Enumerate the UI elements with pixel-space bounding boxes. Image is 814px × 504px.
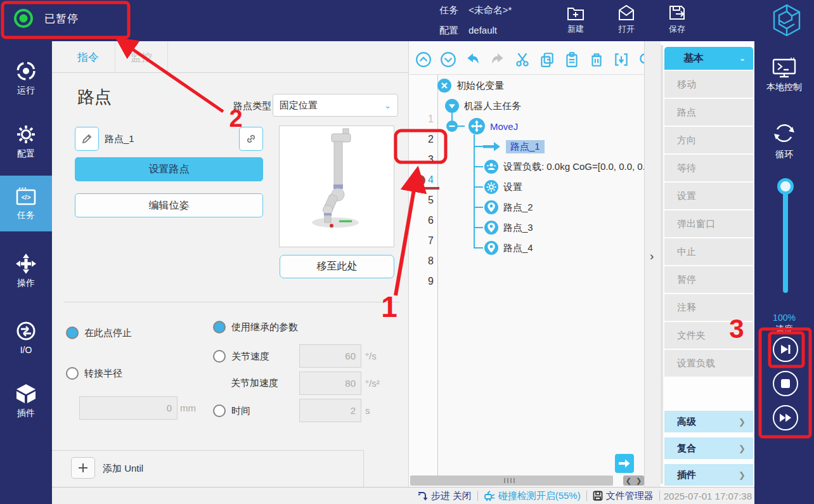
palette-header-basic[interactable]: 基本 ⌄ [664, 47, 753, 70]
radio-selected[interactable] [66, 326, 79, 339]
scrollbar-buttons[interactable]: ❮❯ [623, 475, 644, 486]
redo-icon[interactable] [489, 51, 506, 68]
palette-group-plugin[interactable]: 插件❯ [664, 464, 753, 486]
next-page-arrow-button[interactable] [615, 454, 634, 473]
time-input[interactable] [299, 399, 361, 422]
option-joint-speed[interactable]: 关节速度 [213, 350, 269, 363]
circle-down-icon[interactable] [440, 51, 456, 68]
palette-item-pause[interactable]: 暂停 [664, 266, 753, 293]
option-inherit-params[interactable]: 使用继承的参数 [213, 321, 298, 333]
tree-row-set-payload[interactable]: 设置负载: 0.0kg CoG=[0.0, 0.0, 0.0] [484, 158, 644, 175]
fast-forward-button[interactable] [773, 405, 798, 430]
tab-command[interactable]: 指令 [61, 41, 115, 73]
edit-pose-button[interactable]: 编辑位姿 [75, 193, 263, 217]
sidebar-item-io[interactable]: I/O [0, 315, 52, 359]
option-time[interactable]: 时间 [213, 404, 250, 417]
collapse-circle-icon[interactable] [445, 99, 459, 113]
loop-label: 循环 [775, 149, 793, 160]
cut-icon[interactable] [514, 51, 531, 68]
chevron-right-icon: ❯ [739, 470, 746, 480]
tree-row-waypoint-2[interactable]: 路点_2 [484, 199, 636, 216]
minus-circle-icon[interactable] [446, 120, 458, 132]
speed-slider-track[interactable] [783, 185, 788, 293]
joint-speed-input[interactable] [299, 344, 361, 368]
sidebar-item-label: 配置 [17, 148, 35, 160]
sidebar-item-label: 插件 [17, 408, 35, 419]
palette-item-set-payload[interactable]: 设置负载 [664, 350, 753, 377]
file-manager-button[interactable]: 文件管理器 [587, 490, 659, 502]
waypoint-type-select[interactable]: 固定位置 ⌄ [273, 94, 398, 117]
add-until-button[interactable] [71, 457, 95, 479]
joint-acc-input[interactable] [299, 372, 361, 395]
robot-arm-image [280, 126, 394, 247]
expand-panel-chevron[interactable]: › [650, 249, 654, 263]
palette-item-label: 等待 [677, 162, 696, 174]
line-number: 3 [415, 154, 434, 165]
palette-group-composite[interactable]: 复合❯ [664, 437, 753, 459]
palette-item-popup[interactable]: 弹出窗口 [664, 210, 753, 237]
palette-item-move[interactable]: 移动 [664, 71, 753, 98]
stop-button[interactable] [773, 371, 798, 396]
step-mode-status[interactable]: 步进 关闭 [411, 490, 477, 502]
link-waypoint-button[interactable] [239, 127, 263, 151]
undo-icon[interactable] [465, 51, 481, 68]
sidebar-item-plugin[interactable]: 插件 [0, 378, 52, 423]
step-play-icon [780, 344, 791, 354]
tab-monitor[interactable]: 监控 [115, 41, 168, 73]
paste-icon[interactable] [564, 51, 580, 68]
sidebar-item-config[interactable]: 配置 [0, 119, 52, 164]
new-task-button[interactable]: 新建 [566, 3, 585, 35]
option-label: 时间 [231, 405, 250, 417]
loop-button[interactable]: 循环 [754, 120, 814, 160]
step-play-button[interactable] [773, 337, 798, 362]
radio-unselected[interactable] [213, 404, 226, 417]
speed-slider-knob[interactable] [777, 178, 794, 195]
palette-item-comment[interactable]: 注释 [664, 294, 753, 321]
line-number: 5 [415, 195, 434, 206]
tree-row-waypoint-3[interactable]: 路点_3 [484, 219, 636, 236]
tree-row-main-task[interactable]: 机器人主任务 [445, 98, 635, 114]
tree-row-waypoint-1[interactable]: 路点_1 [483, 138, 635, 155]
palette-item-direction[interactable]: 方向 [664, 127, 753, 153]
collision-detect-status[interactable]: 碰撞检测开启(55%) [478, 490, 586, 502]
tree-row-movej[interactable]: MoveJ [446, 118, 636, 134]
tree-row-init-vars[interactable]: 初始化变量 [437, 77, 640, 94]
palette-item-set[interactable]: 设置 [664, 183, 753, 209]
left-sidebar: 运行 配置 </> 任务 操作 I/O [0, 41, 52, 504]
radio-unselected[interactable] [66, 367, 79, 380]
tab-label: 监控 [131, 50, 152, 65]
local-control-button[interactable]: 本地控制 [754, 57, 814, 93]
palette-item-abort[interactable]: 中止 [664, 238, 753, 265]
chevron-left-icon[interactable]: ❮ [626, 477, 631, 485]
option-stop-here[interactable]: 在此点停止 [66, 326, 132, 339]
tree-row-label: 初始化变量 [456, 80, 504, 92]
tree-row-waypoint-4[interactable]: 路点_4 [484, 240, 636, 256]
copy-icon[interactable] [539, 51, 555, 68]
insert-icon[interactable] [613, 51, 630, 68]
line-number: 8 [415, 255, 434, 267]
sidebar-item-run[interactable]: 运行 [0, 56, 52, 100]
tree-row-set[interactable]: 设置 [484, 179, 636, 195]
sidebar-item-task[interactable]: </> 任务 [0, 176, 52, 231]
palette-item-wait[interactable]: 等待 [664, 155, 753, 181]
circle-up-icon[interactable] [415, 51, 432, 68]
palette-group-advanced[interactable]: 高级❯ [664, 411, 753, 432]
set-waypoint-button[interactable]: 设置路点 [75, 157, 263, 181]
move-here-button[interactable]: 移至此处 [280, 255, 394, 278]
blend-radius-input[interactable] [79, 396, 178, 420]
sidebar-item-label: I/O [20, 345, 32, 355]
palette-item-folder[interactable]: 文件夹 [664, 322, 753, 349]
sidebar-item-operate[interactable]: 操作 [0, 249, 52, 293]
palette-scrollbar[interactable] [661, 45, 663, 484]
rename-waypoint-button[interactable] [75, 127, 99, 151]
radio-unselected[interactable] [213, 350, 226, 363]
breakpoint-dot[interactable] [415, 175, 425, 186]
delete-icon[interactable] [588, 51, 605, 68]
radio-selected[interactable] [213, 321, 226, 333]
palette-group-label: 插件 [677, 469, 696, 481]
chevron-right-icon[interactable]: ❯ [636, 477, 642, 485]
open-task-button[interactable]: 打开 [617, 3, 636, 35]
palette-item-waypoint[interactable]: 路点 [664, 99, 753, 126]
option-blend-radius[interactable]: 转接半径 [66, 367, 122, 380]
save-task-button[interactable]: 保存 [668, 3, 687, 35]
